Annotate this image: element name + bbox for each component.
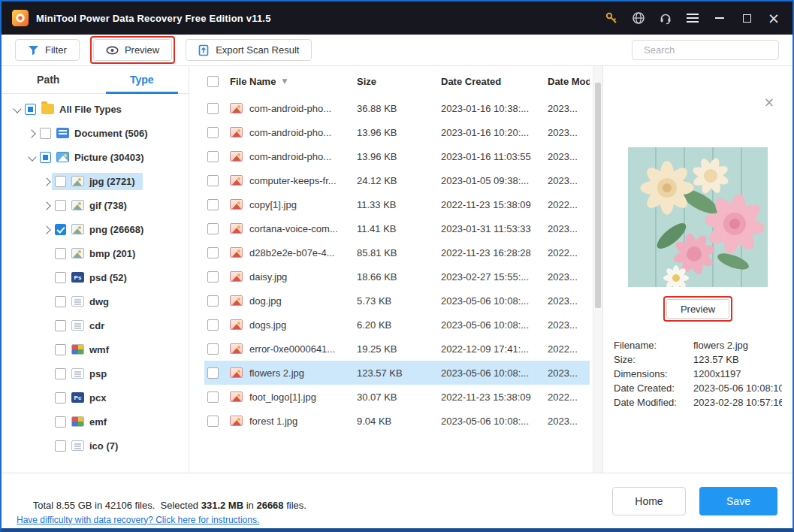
row-checkbox[interactable] [207,199,219,210]
home-button[interactable]: Home [612,487,686,515]
panel-preview-button[interactable]: Preview [666,299,729,319]
table-row[interactable]: com-android-pho... 13.96 KB 2023-01-16 1… [204,144,590,168]
table-row[interactable]: computer-keeps-fr... 24.12 KB 2023-01-05… [204,168,590,192]
tree-item[interactable]: ico (7) [2,434,189,458]
row-checkbox[interactable] [207,295,219,307]
tree-checkbox[interactable] [40,152,51,163]
table-row[interactable]: d28b2e2e-b07e-4... 85.81 KB 2022-11-23 1… [204,240,590,264]
headset-icon[interactable] [654,7,677,29]
column-date-modified[interactable]: Date Modif [548,76,590,87]
tree-checkbox[interactable] [55,344,66,355]
expander-icon[interactable] [42,201,52,210]
preview-button[interactable]: Preview [93,39,172,61]
close-preview-icon[interactable]: × [764,96,774,109]
export-scan-result-button[interactable]: Export Scan Result [186,39,312,61]
maximize-icon[interactable] [735,7,758,29]
table-row[interactable]: dogs.jpg 6.20 KB 2023-05-06 10:08:... 20… [204,313,590,337]
help-link[interactable]: Have difficulty with data recovery? Clic… [17,515,306,525]
row-checkbox[interactable] [207,223,219,234]
tree-checkbox[interactable] [55,248,66,259]
row-checkbox[interactable] [207,247,219,258]
tree-checkbox[interactable] [55,224,66,235]
tree-item[interactable]: psd (52) [2,265,189,289]
tree-item[interactable]: emf [2,410,189,434]
row-checkbox[interactable] [207,151,219,162]
tree-checkbox[interactable] [55,320,66,331]
table-row[interactable]: forest 1.jpg 9.04 KB 2023-05-06 10:08:..… [204,409,590,433]
table-row[interactable]: error-0xe0000641... 19.25 KB 2022-12-09 … [204,337,590,361]
tree-item[interactable]: cdr [2,313,189,337]
tree-checkbox[interactable] [55,440,66,452]
tree-checkbox[interactable] [25,104,36,115]
table-row[interactable]: dog.jpg 5.73 KB 2023-05-06 10:08:... 202… [204,289,590,313]
tree-checkbox[interactable] [55,200,66,211]
expander-icon[interactable] [42,417,52,427]
tab-path[interactable]: Path [2,66,95,93]
globe-icon[interactable] [627,7,650,29]
column-file-name[interactable]: File Name [230,76,276,87]
tree-checkbox[interactable] [55,368,66,379]
expander-icon[interactable] [42,393,52,403]
filter-button[interactable]: Filter [15,39,80,61]
search-input[interactable] [644,44,776,56]
row-checkbox[interactable] [207,367,219,379]
scrollbar-thumb[interactable] [595,83,601,308]
column-filter-icon[interactable]: ▼ [282,77,287,85]
tree-checkbox[interactable] [55,296,66,307]
row-checkbox[interactable] [207,271,219,283]
expander-icon[interactable] [42,369,52,379]
column-date-created[interactable]: Date Created [441,76,548,87]
expander-icon[interactable] [12,104,22,114]
expander-icon[interactable] [42,441,52,451]
row-checkbox[interactable] [207,103,219,114]
menu-icon[interactable] [681,7,704,29]
table-row[interactable]: daisy.jpg 18.66 KB 2023-02-27 15:55:... … [204,264,590,289]
tree-checkbox[interactable] [55,416,66,428]
tree-checkbox[interactable] [40,128,51,139]
table-row[interactable]: cortana-voice-com... 11.41 KB 2023-01-31… [204,216,590,240]
expander-icon[interactable] [42,345,52,355]
table-row[interactable]: flowers 2.jpg 123.57 KB 2023-05-06 10:08… [204,361,590,385]
row-checkbox[interactable] [207,127,219,138]
tree-item[interactable]: jpg (2721) [2,169,189,193]
column-size[interactable]: Size [357,76,441,87]
tree-item[interactable]: bmp (201) [2,241,189,265]
row-checkbox[interactable] [207,416,219,427]
key-icon[interactable] [600,7,623,29]
row-checkbox[interactable] [207,391,219,403]
expander-icon[interactable] [42,321,52,331]
table-row[interactable]: foot_logo[1].jpg 30.07 KB 2022-11-23 15:… [204,385,590,409]
tree-item[interactable]: png (26668) [2,217,189,241]
tree-checkbox[interactable] [55,392,66,404]
table-row[interactable]: com-android-pho... 36.88 KB 2023-01-16 1… [204,96,590,120]
select-all-checkbox[interactable] [207,76,219,87]
tree-item[interactable]: dwg [2,289,189,313]
tree-item[interactable]: psp [2,361,189,385]
expander-icon[interactable] [42,177,52,186]
row-checkbox[interactable] [207,343,219,355]
table-row[interactable]: copy[1].jpg 11.33 KB 2022-11-23 15:38:09… [204,192,590,216]
expander-icon[interactable] [27,128,37,138]
expander-icon[interactable] [27,153,37,162]
expander-icon[interactable] [42,225,52,234]
tree-checkbox[interactable] [55,176,66,187]
image-thumbnail-icon [230,271,243,282]
tree-item[interactable]: wmf [2,337,189,361]
minimize-icon[interactable] [708,7,731,29]
tree-item[interactable]: pcx [2,385,189,410]
row-checkbox[interactable] [207,319,219,331]
close-icon[interactable]: × [762,7,785,29]
tab-type[interactable]: Type [95,66,189,93]
tree-item[interactable]: All File Types [2,97,189,121]
save-button[interactable]: Save [699,487,777,515]
table-row[interactable]: com-android-pho... 13.96 KB 2023-01-16 1… [204,120,590,144]
expander-icon[interactable] [42,273,52,283]
tree-checkbox[interactable] [55,272,66,283]
row-checkbox[interactable] [207,175,219,186]
expander-icon[interactable] [42,249,52,258]
vertical-scrollbar[interactable] [593,66,602,473]
expander-icon[interactable] [42,297,52,307]
tree-item[interactable]: gif (738) [2,193,189,217]
tree-item[interactable]: Document (506) [2,121,189,145]
tree-item[interactable]: Picture (30403) [2,145,189,169]
